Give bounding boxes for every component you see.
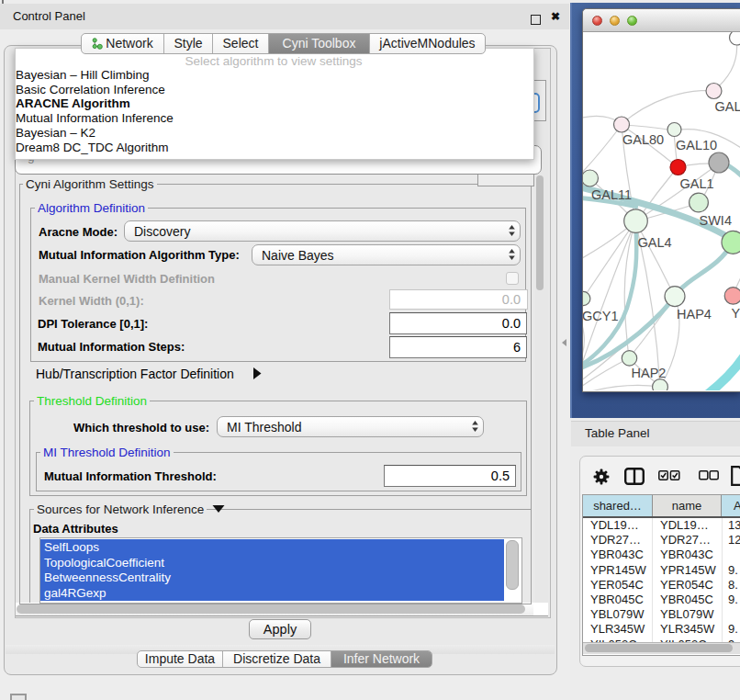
svg-text:SWI4: SWI4	[700, 213, 732, 228]
svg-text:GAL: GAL	[715, 99, 740, 114]
svg-text:HAP2: HAP2	[632, 366, 667, 380]
svg-text:HAP4: HAP4	[677, 307, 712, 322]
svg-text:GAL1: GAL1	[680, 176, 714, 191]
svg-text:Y: Y	[732, 306, 740, 321]
svg-text:GCY1: GCY1	[583, 309, 619, 323]
svg-text:GAL10: GAL10	[676, 138, 717, 152]
svg-text:GAL80: GAL80	[622, 132, 664, 147]
svg-text:GAL4: GAL4	[638, 235, 672, 250]
svg-text:GAL11: GAL11	[591, 187, 632, 202]
